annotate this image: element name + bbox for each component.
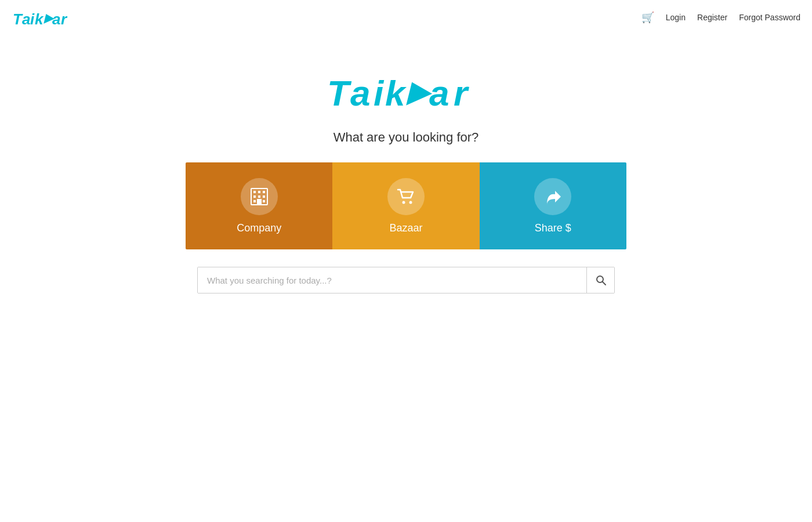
header-nav: 🛒 Login Register Forgot Password <box>641 11 800 24</box>
cart-icon[interactable]: 🛒 <box>641 11 654 24</box>
bazaar-icon-circle <box>387 178 425 215</box>
header: T a i k ▶ a r 🛒 Login Register Forgot Pa… <box>0 0 812 35</box>
header-logo: T a i k ▶ a r <box>12 6 75 29</box>
svg-point-24 <box>402 201 405 204</box>
svg-text:r: r <box>61 10 68 28</box>
svg-text:k: k <box>385 73 407 113</box>
search-container <box>197 267 615 293</box>
tagline: What are you looking for? <box>334 130 479 145</box>
big-logo: T a i k ▶ a r <box>325 64 487 118</box>
company-icon-circle <box>241 178 278 215</box>
share-arrow-icon <box>542 186 563 207</box>
svg-rect-22 <box>263 200 265 202</box>
big-logo-svg: T a i k ▶ a r <box>325 64 487 116</box>
svg-point-25 <box>409 201 412 204</box>
svg-rect-16 <box>258 191 260 193</box>
svg-text:i: i <box>30 10 35 28</box>
svg-text:a: a <box>350 73 370 113</box>
company-card[interactable]: Company <box>186 162 332 249</box>
svg-rect-23 <box>257 199 262 205</box>
svg-rect-20 <box>263 195 265 198</box>
category-cards: Company Bazaar Share $ <box>186 162 626 249</box>
company-label: Company <box>237 222 281 234</box>
register-link[interactable]: Register <box>697 13 727 22</box>
svg-rect-17 <box>263 191 265 193</box>
forgot-password-link[interactable]: Forgot Password <box>739 13 800 22</box>
share-card[interactable]: Share $ <box>480 162 626 249</box>
bazaar-label: Bazaar <box>389 222 422 234</box>
bazaar-card[interactable]: Bazaar <box>332 162 479 249</box>
svg-text:r: r <box>454 73 469 113</box>
svg-text:a: a <box>52 10 60 28</box>
svg-line-27 <box>602 282 606 285</box>
share-label: Share $ <box>535 222 571 234</box>
search-icon <box>595 274 607 286</box>
svg-text:i: i <box>374 73 385 113</box>
svg-rect-15 <box>253 191 256 193</box>
svg-rect-18 <box>253 195 256 198</box>
small-logo-svg: T a i k ▶ a r <box>12 6 75 29</box>
svg-text:a: a <box>429 73 449 113</box>
search-input[interactable] <box>198 267 586 293</box>
main-content: T a i k ▶ a r What are you looking for? <box>0 35 812 293</box>
svg-text:a: a <box>22 10 30 28</box>
login-link[interactable]: Login <box>666 13 686 22</box>
svg-rect-21 <box>253 200 256 202</box>
svg-text:k: k <box>35 10 44 28</box>
company-building-icon <box>249 186 270 207</box>
search-button[interactable] <box>586 267 614 293</box>
bazaar-cart-icon <box>396 186 416 207</box>
svg-text:T: T <box>327 73 352 113</box>
share-icon-circle <box>534 178 571 215</box>
svg-rect-19 <box>258 195 260 198</box>
